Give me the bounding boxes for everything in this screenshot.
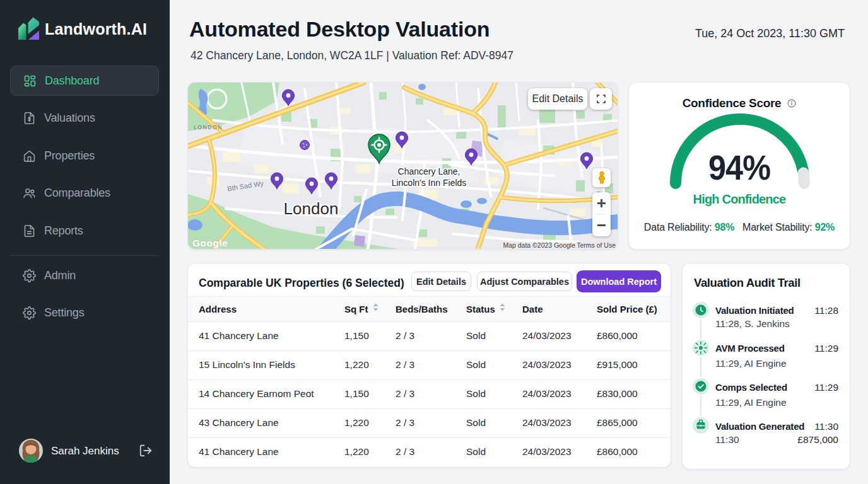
svg-text:Chancery Lane,: Chancery Lane, bbox=[398, 166, 460, 176]
svg-text:Lincoln's Inn Fields: Lincoln's Inn Fields bbox=[392, 178, 467, 188]
svg-text:Map data ©2023 Google: Map data ©2023 Google bbox=[503, 241, 575, 249]
svg-text:London: London bbox=[284, 199, 339, 218]
svg-text:Terms of Use: Terms of Use bbox=[577, 241, 616, 249]
svg-text:LONDON: LONDON bbox=[194, 124, 223, 130]
svg-text:Google: Google bbox=[192, 238, 228, 248]
